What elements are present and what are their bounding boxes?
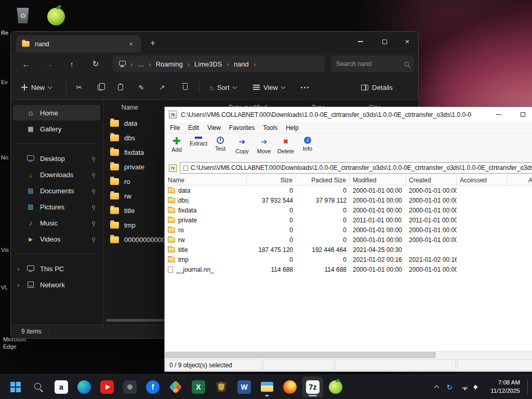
- menu-favorites[interactable]: Favorites: [225, 124, 259, 131]
- tab-close-icon[interactable]: [126, 39, 136, 49]
- lime3ds-desktop-icon[interactable]: [45, 4, 68, 29]
- share-button[interactable]: [153, 79, 171, 96]
- maximize-button[interactable]: [511, 107, 532, 122]
- new-button[interactable]: New: [16, 79, 57, 96]
- copy-button[interactable]: [91, 79, 109, 96]
- more-options-button[interactable]: [296, 79, 313, 96]
- paste-button[interactable]: [112, 79, 129, 96]
- toolbar-add-button[interactable]: Add: [166, 136, 188, 153]
- sidebar-item-gallery[interactable]: Gallery: [13, 121, 100, 137]
- up-button[interactable]: [64, 56, 79, 72]
- column-header-name[interactable]: Name: [165, 175, 247, 185]
- items-count: 9 items: [21, 328, 42, 335]
- cut-button[interactable]: [70, 79, 88, 96]
- delete-button[interactable]: [176, 79, 194, 96]
- breadcrumb-ellipsis[interactable]: …: [137, 60, 144, 68]
- view-button[interactable]: View: [248, 79, 290, 96]
- archive-row[interactable]: __journal.nn_114 688114 6882000-01-01 00…: [165, 264, 532, 274]
- sidebar-item-documents[interactable]: Documents: [13, 183, 100, 198]
- column-header-size[interactable]: Size: [247, 175, 296, 185]
- menu-help[interactable]: Help: [282, 124, 303, 131]
- archive-row[interactable]: ro002000-01-01 00:002000-01-01 00:00: [165, 225, 532, 235]
- tray-update-button[interactable]: [443, 378, 457, 396]
- sidebar-item-home[interactable]: Home: [13, 105, 100, 121]
- taskbar-start-button[interactable]: [5, 377, 26, 397]
- menu-file[interactable]: File: [166, 124, 184, 131]
- column-name[interactable]: Name: [122, 104, 138, 111]
- archive-row[interactable]: title187 475 120192 446 4642021-04-25 00…: [165, 245, 532, 255]
- sidebar-item-pictures[interactable]: Pictures: [13, 199, 100, 215]
- breadcrumb-item-nand[interactable]: nand: [234, 60, 249, 68]
- archive-row[interactable]: rw002000-01-01 00:002000-01-01 00:00: [165, 235, 532, 245]
- menu-edit[interactable]: Edit: [184, 124, 203, 131]
- address-field[interactable]: C:\Users\VM6.COLLABNET.000\Downloads\1.0…: [180, 162, 532, 174]
- sevenzip-titlebar[interactable]: C:\Users\VM6.COLLABNET.000\Downloads\1.0…: [165, 107, 532, 122]
- breadcrumb-item-roaming[interactable]: Roaming: [156, 60, 183, 68]
- maximize-button[interactable]: [374, 32, 395, 51]
- toolbar-info-button[interactable]: Info: [297, 136, 318, 152]
- column-header-packed-size[interactable]: Packed Size: [296, 175, 350, 185]
- taskbar-firefox-button[interactable]: [280, 377, 300, 397]
- this-pc-icon[interactable]: [119, 61, 126, 65]
- taskbar-lime3ds-button[interactable]: [325, 377, 346, 397]
- taskbar-youtube-button[interactable]: [97, 377, 117, 397]
- explorer-tab[interactable]: nand: [16, 35, 141, 52]
- taskbar-sevenzip-button[interactable]: 7z: [302, 377, 323, 397]
- toolbar-extract-button[interactable]: Extract: [188, 136, 209, 147]
- search-box[interactable]: Search nand: [331, 56, 414, 72]
- close-button[interactable]: [396, 32, 418, 51]
- taskbar-ups-button[interactable]: [211, 377, 232, 397]
- sevenzip-horizontal-scrollbar[interactable]: [165, 351, 532, 358]
- taskbar-explorer-button[interactable]: [257, 377, 277, 397]
- tray-overflow-button[interactable]: [431, 378, 442, 396]
- taskbar-word-button[interactable]: W: [234, 377, 255, 397]
- taskbar-edge-button[interactable]: [74, 377, 95, 397]
- taskbar-amazon-button[interactable]: a: [51, 377, 72, 397]
- archive-row[interactable]: private002011-01-01 00:002011-01-01 00:0…: [165, 215, 532, 225]
- taskbar-search-button[interactable]: [28, 377, 49, 397]
- toolbar-delete-button[interactable]: Delete: [275, 136, 297, 154]
- menu-view[interactable]: View: [203, 124, 225, 131]
- taskbar-clock[interactable]: 7:08 AM 11/12/2025: [485, 379, 525, 395]
- refresh-button[interactable]: [88, 56, 103, 72]
- tray-system-icons[interactable]: [457, 378, 484, 396]
- taskbar-facebook-button[interactable]: f: [142, 377, 163, 397]
- forward-button[interactable]: [41, 56, 57, 72]
- column-header-accessed[interactable]: Accessed: [457, 175, 508, 185]
- toolbar-move-button[interactable]: Move: [253, 136, 275, 154]
- sort-button[interactable]: Sort: [204, 79, 242, 96]
- sidebar-item-downloads[interactable]: Downloads: [13, 167, 100, 182]
- archive-row[interactable]: tmp002021-01-02 00:162021-01-02 00:16: [165, 255, 532, 264]
- recycle-bin-icon[interactable]: [11, 3, 34, 28]
- taskbar-excel-button[interactable]: X: [188, 377, 209, 397]
- minimize-button[interactable]: [487, 107, 511, 122]
- taskbar-photos-button[interactable]: [165, 377, 186, 397]
- breadcrumb-item-lime3ds[interactable]: Lime3DS: [194, 60, 222, 68]
- minimize-button[interactable]: [350, 32, 371, 51]
- archive-row[interactable]: data002000-01-01 00:002000-01-01 00:00: [165, 185, 532, 195]
- details-button[interactable]: Details: [356, 79, 398, 96]
- sevenzip-window: C:\Users\VM6.COLLABNET.000\Downloads\1.0…: [164, 107, 532, 372]
- rename-button[interactable]: [132, 79, 150, 96]
- show-desktop-button[interactable]: [527, 379, 530, 394]
- taskbar-gray-app-button[interactable]: [119, 377, 140, 397]
- breadcrumb[interactable]: … Roaming Lime3DS nand: [113, 56, 325, 72]
- column-header-created[interactable]: Created: [406, 175, 457, 185]
- toolbar-copy-button[interactable]: Copy: [231, 136, 253, 154]
- toolbar-test-button[interactable]: Test: [209, 136, 231, 152]
- column-header-modified[interactable]: Modified: [350, 175, 406, 185]
- sidebar-item-this-pc[interactable]: This PC: [13, 261, 100, 276]
- menu-tools[interactable]: Tools: [259, 124, 282, 131]
- sidebar-item-network[interactable]: Network: [13, 277, 100, 292]
- sidebar-item-music[interactable]: Music: [13, 215, 100, 231]
- search-icon[interactable]: [404, 62, 409, 66]
- row-name: __journal.nn_: [176, 266, 214, 273]
- sidebar-item-desktop[interactable]: Desktop: [13, 151, 100, 166]
- archive-row[interactable]: fixdata002000-01-01 00:002000-01-01 00:0…: [165, 205, 532, 215]
- new-tab-button[interactable]: [146, 36, 159, 50]
- archive-row[interactable]: dbs37 932 54437 978 1122000-01-01 00:002…: [165, 195, 532, 205]
- column-header-a[interactable]: A: [508, 175, 532, 185]
- back-button[interactable]: [18, 56, 34, 72]
- scrollbar-thumb[interactable]: [165, 352, 435, 358]
- sidebar-item-videos[interactable]: Videos: [13, 231, 100, 247]
